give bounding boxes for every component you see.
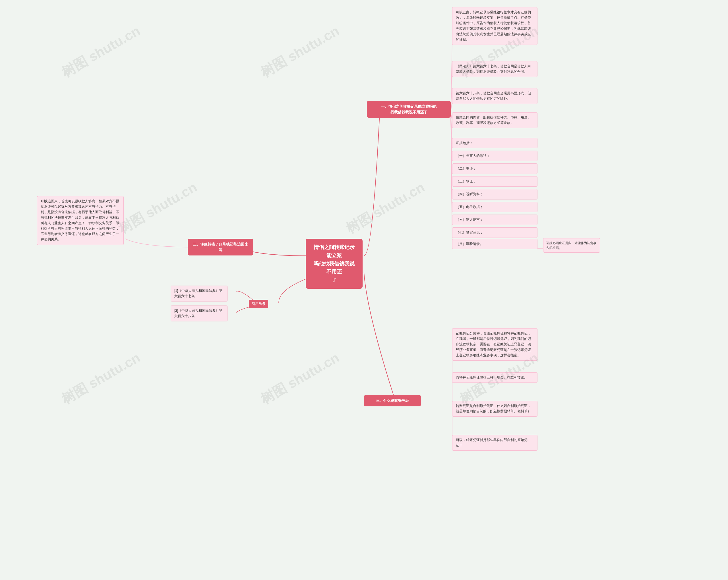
watermark-5: 树图 shutu.cn <box>343 178 428 238</box>
watermark-2: 树图 shutu.cn <box>257 22 343 82</box>
branch1-node: 一、情侣之间转账记录能立案吗他找我借钱我说不用还了 <box>367 101 451 118</box>
branch3-node: 三、什么是转账凭证 <box>364 395 421 406</box>
leaf-3-2: 而特种记账凭证包括三种：现金、存款和转账。 <box>452 372 538 383</box>
leaf-3-3: 转账凭证是自制原始凭证（什么叫自制原始凭证，就是单位内部自制的，如差旅费报销单、… <box>452 401 538 417</box>
watermark-6: 树图 shutu.cn <box>58 349 144 408</box>
leaf-1-4: 借款合同的内容一般包括借款种类、币种、用途、数额、利率、期限和还款方式等条款。 <box>452 112 538 128</box>
watermark-1: 树图 shutu.cn <box>58 22 144 82</box>
leaf-1-2: 《民法典》第六百六十七条，借款合同是借款人向贷款人借款，到期返还借款并支付利息的… <box>452 61 538 77</box>
leaf-2-1: 可以追回来，首先可以跟收款人协商，如果对方不愿意返还可以起诉对方要求其返还不当得… <box>37 196 124 245</box>
leaf-1-13: （八）勘验笔录。 <box>452 239 538 249</box>
leaf-1-8: （三）物证； <box>452 176 538 187</box>
leaf-3-1: 记账凭证分两种：普通记账凭证和特种记账凭证，在我国，一般都是用特种记账凭证，因为… <box>452 328 538 361</box>
leaf-1-10: （五）电子数据； <box>452 202 538 212</box>
center-node: 情侣之间转账记录能立案吗他找我借钱我说不用还了 <box>306 239 363 289</box>
leaf-1-3: 第六百六十八条，借款合同应当采用书面形式，但是自然人之间借款另有约定的除外。 <box>452 88 538 104</box>
connector-lines <box>0 0 728 580</box>
law-node-2: [2]《中华人民共和国民法典》第六百六十八条 <box>171 305 228 322</box>
leaf-3-4: 所以，转账凭证就是那些单位内部自制的原始凭证！ <box>452 435 538 451</box>
leaf-1-9: （四）视听资料； <box>452 189 538 199</box>
leaf-1-note: 证据必须查证属实，才能作为认定事实的根据。 <box>543 238 600 253</box>
watermark-7: 树图 shutu.cn <box>257 349 343 408</box>
mindmap-container: 树图 shutu.cn 树图 shutu.cn 树图 shutu.cn 树图 s… <box>0 0 728 580</box>
leaf-1-11: （六）证人证言； <box>452 215 538 225</box>
law-tag: 引用法条 <box>249 300 268 308</box>
law-node-1: [1]《中华人民共和国民法典》第六百六十七条 <box>171 285 228 302</box>
leaf-1-5: 证据包括： <box>452 138 538 148</box>
watermark-4: 树图 shutu.cn <box>115 178 201 238</box>
branch2-node: 二、转账转错了账号钱还能追回来吗 <box>188 239 253 255</box>
leaf-1-12: （七）鉴定意见； <box>452 227 538 238</box>
leaf-1-1: 可以立案。转帐记录必需经银行盖章才具有证据的效力，单凭转帐记录立案，还是单薄了点… <box>452 7 538 45</box>
leaf-1-6: （一）当事人的陈述； <box>452 150 538 161</box>
leaf-1-7: （二）书证； <box>452 163 538 174</box>
